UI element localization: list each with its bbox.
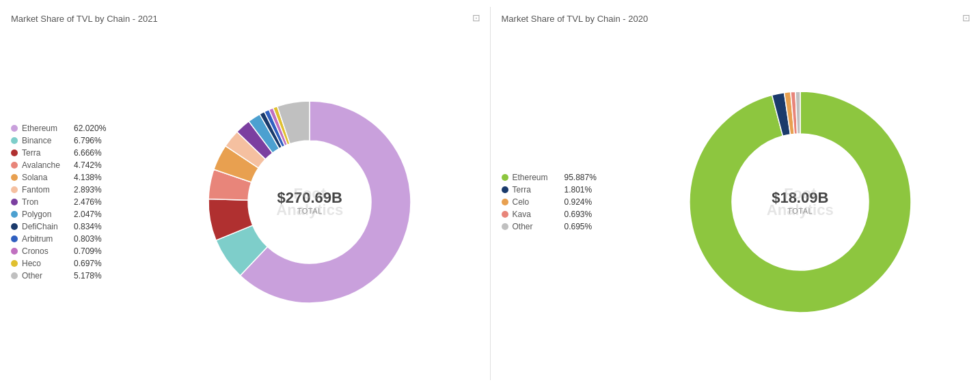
legend-value: 4.138% bbox=[74, 173, 102, 182]
legend-label: Kava bbox=[513, 210, 560, 219]
legend-value: 2.476% bbox=[74, 197, 102, 207]
legend-item: Fantom2.893% bbox=[11, 185, 134, 195]
chart-body-2021: Ethereum62.020%Binance6.796%Terra6.666%A… bbox=[11, 31, 479, 373]
legend-value: 1.801% bbox=[564, 185, 593, 195]
legend-label: Solana bbox=[22, 173, 70, 182]
donut-svg-2021 bbox=[204, 96, 416, 308]
legend-dot bbox=[11, 260, 18, 267]
legend-dot bbox=[502, 199, 508, 205]
legend-value: 0.834% bbox=[74, 222, 102, 231]
legend-item: Ethereum62.020% bbox=[11, 124, 134, 133]
expand-icon-2020[interactable]: ⊡ bbox=[962, 12, 973, 23]
donut-svg-2020 bbox=[684, 86, 916, 318]
legend-2020: Ethereum95.887%Terra1.801%Celo0.924%Kava… bbox=[502, 173, 625, 231]
legend-dot bbox=[11, 125, 18, 132]
legend-value: 0.803% bbox=[74, 234, 102, 244]
chart-panel-2020: ⊡ Market Share of TVL by Chain - 2020 Et… bbox=[490, 7, 981, 380]
legend-dot bbox=[11, 199, 18, 205]
legend-dot bbox=[11, 137, 18, 144]
legend-item: Other0.695% bbox=[502, 222, 625, 231]
legend-label: Ethereum bbox=[513, 173, 560, 182]
legend-label: Ethereum bbox=[22, 124, 70, 133]
expand-icon-2021[interactable]: ⊡ bbox=[472, 12, 483, 23]
legend-label: Polygon bbox=[22, 210, 70, 219]
chart-panel-2021: ⊡ Market Share of TVL by Chain - 2021 Et… bbox=[0, 7, 490, 380]
legend-value: 2.893% bbox=[74, 185, 102, 195]
legend-label: Celo bbox=[513, 197, 560, 207]
legend-item: Kava0.693% bbox=[502, 210, 625, 219]
legend-dot bbox=[502, 186, 508, 193]
donut-wrapper-2020: FootAnalytics $18.09B TOTAL bbox=[631, 86, 970, 318]
legend-label: Cronos bbox=[22, 246, 70, 256]
legend-item: Celo0.924% bbox=[502, 197, 625, 207]
legend-dot bbox=[11, 235, 18, 242]
legend-label: Terra bbox=[513, 185, 560, 195]
legend-dot bbox=[502, 223, 508, 230]
legend-item: Terra1.801% bbox=[502, 185, 625, 195]
legend-label: Arbitrum bbox=[22, 234, 70, 244]
legend-label: Tron bbox=[22, 197, 70, 207]
legend-value: 0.693% bbox=[564, 210, 593, 219]
legend-value: 6.666% bbox=[74, 148, 102, 158]
legend-item: Arbitrum0.803% bbox=[11, 234, 134, 244]
legend-dot bbox=[11, 162, 18, 169]
legend-label: Avalanche bbox=[22, 160, 70, 170]
legend-item: Polygon2.047% bbox=[11, 210, 134, 219]
legend-value: 0.695% bbox=[564, 222, 593, 231]
chart-title-2020: Market Share of TVL by Chain - 2020 bbox=[502, 14, 970, 24]
chart-title-2021: Market Share of TVL by Chain - 2021 bbox=[11, 14, 479, 24]
legend-item: DefiChain0.834% bbox=[11, 222, 134, 231]
chart-body-2020: Ethereum95.887%Terra1.801%Celo0.924%Kava… bbox=[502, 31, 970, 373]
legend-dot bbox=[11, 223, 18, 230]
legend-label: Other bbox=[22, 271, 70, 281]
legend-dot bbox=[11, 272, 18, 279]
legend-item: Cronos0.709% bbox=[11, 246, 134, 256]
dashboard: ⊡ Market Share of TVL by Chain - 2021 Et… bbox=[0, 0, 980, 387]
donut-wrapper-2021: FootAnalytics $270.69B TOTAL bbox=[141, 96, 479, 308]
legend-label: DefiChain bbox=[22, 222, 70, 231]
legend-dot bbox=[11, 211, 18, 218]
legend-item: Solana4.138% bbox=[11, 173, 134, 182]
legend-value: 5.178% bbox=[74, 271, 102, 281]
legend-dot bbox=[11, 174, 18, 181]
legend-value: 0.697% bbox=[74, 259, 102, 268]
legend-label: Other bbox=[513, 222, 560, 231]
legend-item: Avalanche4.742% bbox=[11, 160, 134, 170]
legend-dot bbox=[11, 186, 18, 193]
legend-2021: Ethereum62.020%Binance6.796%Terra6.666%A… bbox=[11, 124, 134, 281]
legend-item: Terra6.666% bbox=[11, 148, 134, 158]
legend-value: 6.796% bbox=[74, 136, 102, 145]
legend-dot bbox=[11, 149, 18, 156]
legend-item: Tron2.476% bbox=[11, 197, 134, 207]
legend-value: 95.887% bbox=[564, 173, 597, 182]
legend-item: Binance6.796% bbox=[11, 136, 134, 145]
legend-dot bbox=[502, 211, 508, 218]
legend-value: 0.924% bbox=[564, 197, 593, 207]
legend-value: 62.020% bbox=[74, 124, 106, 133]
legend-value: 2.047% bbox=[74, 210, 102, 219]
legend-dot bbox=[11, 248, 18, 255]
legend-value: 4.742% bbox=[74, 160, 102, 170]
legend-item: Ethereum95.887% bbox=[502, 173, 625, 182]
legend-value: 0.709% bbox=[74, 246, 102, 256]
legend-item: Heco0.697% bbox=[11, 259, 134, 268]
legend-label: Binance bbox=[22, 136, 70, 145]
legend-dot bbox=[502, 174, 508, 181]
legend-label: Fantom bbox=[22, 185, 70, 195]
legend-item: Other5.178% bbox=[11, 271, 134, 281]
legend-label: Heco bbox=[22, 259, 70, 268]
legend-label: Terra bbox=[22, 148, 70, 158]
